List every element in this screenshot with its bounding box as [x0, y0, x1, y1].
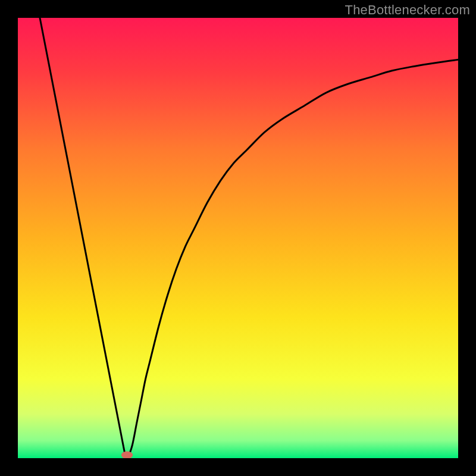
- plot-area: [18, 18, 458, 458]
- chart-svg: [18, 18, 458, 458]
- watermark-text: TheBottlenecker.com: [345, 2, 470, 18]
- gradient-background: [18, 18, 458, 458]
- chart-canvas: TheBottlenecker.com: [0, 0, 476, 476]
